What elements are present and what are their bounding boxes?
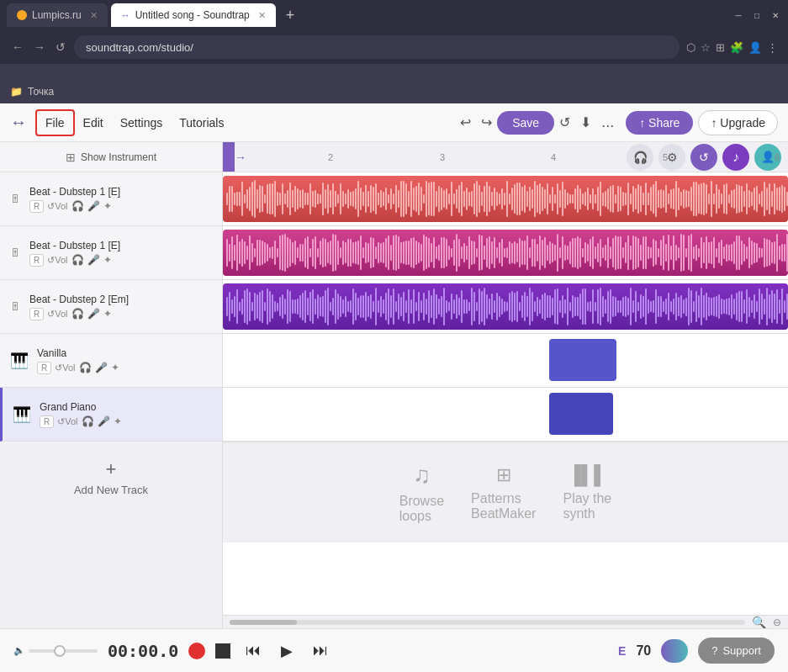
track-headphone-3[interactable]: 🎧 <box>71 308 84 320</box>
track-name-2: Beat - Dubstep 1 [E] <box>29 240 215 251</box>
clip-bar-3[interactable] <box>223 283 788 330</box>
timeline-music-icon[interactable]: ♪ <box>722 144 749 171</box>
timeline-refresh-icon[interactable]: ↺ <box>690 144 717 171</box>
undo-button[interactable]: ↩ <box>455 111 476 134</box>
bookmark-folder-icon: 📁 <box>10 86 23 98</box>
record-button[interactable] <box>188 643 205 659</box>
tab-soundtrap[interactable]: ↔ Untitled song - Soundtrap ✕ <box>111 3 276 27</box>
clip-block-4[interactable] <box>549 339 616 381</box>
track-controls-2: R ↺Vol 🎧 🎤 ✦ <box>29 254 215 267</box>
maximize-button[interactable]: □ <box>751 9 763 21</box>
track-waveform-icon-3[interactable]: 🎚 <box>7 297 24 316</box>
timeline-headphone-icon[interactable]: 🎧 <box>627 144 653 171</box>
minimize-button[interactable]: ─ <box>732 9 744 21</box>
menu-settings[interactable]: Settings <box>112 111 172 135</box>
support-label: Support <box>722 644 761 657</box>
add-track-button[interactable]: + Add New Track <box>0 445 222 510</box>
scroll-track[interactable] <box>230 620 745 625</box>
show-instrument-button[interactable]: ⊞ Show Instrument <box>0 142 222 172</box>
track-piano-icon-5[interactable]: 🎹 <box>9 402 34 427</box>
grid-icon: ⊞ <box>66 151 76 164</box>
back-button[interactable]: ← <box>10 39 25 56</box>
menu-edit[interactable]: Edit <box>75 111 112 135</box>
track-r-button-1[interactable]: R <box>29 200 44 213</box>
share-button[interactable]: ↑ Share <box>626 111 693 135</box>
track-mic-1[interactable]: 🎤 <box>87 200 100 212</box>
key-display[interactable]: E <box>618 644 626 658</box>
zoom-out-button[interactable]: ⊖ <box>773 616 781 628</box>
scroll-thumb[interactable] <box>230 620 297 625</box>
patterns-beatmaker-button[interactable]: ⊞ PatternsBeatMaker <box>471 464 536 521</box>
redo-button[interactable]: ↪ <box>476 111 497 134</box>
forward-button[interactable]: → <box>32 39 47 56</box>
track-headphone-2[interactable]: 🎧 <box>71 254 84 266</box>
track-vol-3[interactable]: ↺Vol <box>47 309 67 320</box>
bookmark-label[interactable]: Точка <box>28 86 54 98</box>
tab-close-lumpics[interactable]: ✕ <box>90 10 98 21</box>
extension-icon[interactable]: 🧩 <box>730 41 743 54</box>
rewind-button[interactable]: ⏮ <box>241 638 266 663</box>
track-vol-5[interactable]: ↺Vol <box>57 416 77 427</box>
clip-bar-1[interactable] <box>223 176 788 222</box>
track-r-button-5[interactable]: R <box>40 415 54 428</box>
play-button[interactable]: ▶ <box>276 638 298 664</box>
reload-button[interactable]: ↺ <box>54 39 67 56</box>
track-headphone-5[interactable]: 🎧 <box>82 415 94 427</box>
logo-icon[interactable]: ↔ <box>10 113 27 132</box>
vol-track[interactable] <box>29 649 98 653</box>
play-synth-button[interactable]: ▐▌▌ Play thesynth <box>563 464 611 521</box>
track-headphone-1[interactable]: 🎧 <box>71 200 84 212</box>
new-tab-button[interactable]: + <box>279 7 302 24</box>
ruler-4: 4 <box>551 152 556 162</box>
vol-thumb[interactable] <box>54 645 66 657</box>
translate-icon[interactable]: ⬡ <box>686 41 695 54</box>
close-button[interactable]: ✕ <box>769 9 781 21</box>
fast-forward-button[interactable]: ⏭ <box>308 638 333 663</box>
stop-button[interactable] <box>215 643 230 659</box>
track-vol-2[interactable]: ↺Vol <box>47 255 67 266</box>
track-waveform-icon-1[interactable]: 🎚 <box>7 189 24 209</box>
clip-row-5 <box>223 388 788 442</box>
clip-bar-2[interactable] <box>223 230 788 276</box>
track-headphone-4[interactable]: 🎧 <box>79 362 92 373</box>
track-mic-5[interactable]: 🎤 <box>98 415 110 427</box>
track-more-2[interactable]: ✦ <box>103 254 112 266</box>
track-mic-3[interactable]: 🎤 <box>87 308 100 320</box>
support-button[interactable]: ? Support <box>698 638 775 664</box>
qr-icon[interactable]: ⊞ <box>716 41 725 54</box>
volume-slider[interactable]: 🔈 <box>13 645 98 656</box>
browse-loops-button[interactable]: ♫ Browseloops <box>399 462 444 524</box>
track-more-3[interactable]: ✦ <box>103 308 112 320</box>
track-vol-4[interactable]: ↺Vol <box>55 362 75 373</box>
track-r-button-2[interactable]: R <box>29 254 44 267</box>
save-button[interactable]: Save <box>497 111 554 135</box>
download-button[interactable]: ⬇ <box>575 111 596 134</box>
track-mic-4[interactable]: 🎤 <box>95 362 108 373</box>
track-r-button-3[interactable]: R <box>29 308 44 320</box>
loop-button[interactable]: ↺ <box>554 111 575 134</box>
track-more-5[interactable]: ✦ <box>114 415 122 427</box>
clip-block-5[interactable] <box>549 393 613 435</box>
track-r-button-4[interactable]: R <box>37 362 51 374</box>
track-name-section-3: Beat - Dubstep 2 [Em] R ↺Vol 🎧 🎤 ✦ <box>29 294 215 320</box>
more-button[interactable]: ... <box>596 110 619 135</box>
menu-file[interactable]: File <box>35 109 75 136</box>
track-mic-2[interactable]: 🎤 <box>87 254 100 266</box>
track-more-4[interactable]: ✦ <box>111 362 119 373</box>
tab-lumpics[interactable]: Lumpics.ru ✕ <box>7 3 108 27</box>
bpm-display[interactable]: 70 <box>636 643 651 659</box>
track-synth-icon-4[interactable]: 🎹 <box>7 348 32 373</box>
address-input[interactable] <box>74 35 680 59</box>
color-pill[interactable] <box>661 639 688 663</box>
track-more-1[interactable]: ✦ <box>103 200 112 212</box>
upgrade-button[interactable]: ↑ Upgrade <box>698 110 778 135</box>
bookmark-star[interactable]: ☆ <box>701 41 711 54</box>
profile-icon[interactable]: 👤 <box>748 41 762 54</box>
volume-min-icon: 🔈 <box>13 645 25 656</box>
menu-tutorials[interactable]: Tutorials <box>171 111 232 135</box>
track-vol-1[interactable]: ↺Vol <box>47 201 67 212</box>
more-icon[interactable]: ⋮ <box>767 41 778 54</box>
zoom-in-button[interactable]: 🔍 <box>752 616 766 629</box>
tab-close-soundtrap[interactable]: ✕ <box>258 10 266 21</box>
track-waveform-icon-2[interactable]: 🎚 <box>7 243 24 262</box>
